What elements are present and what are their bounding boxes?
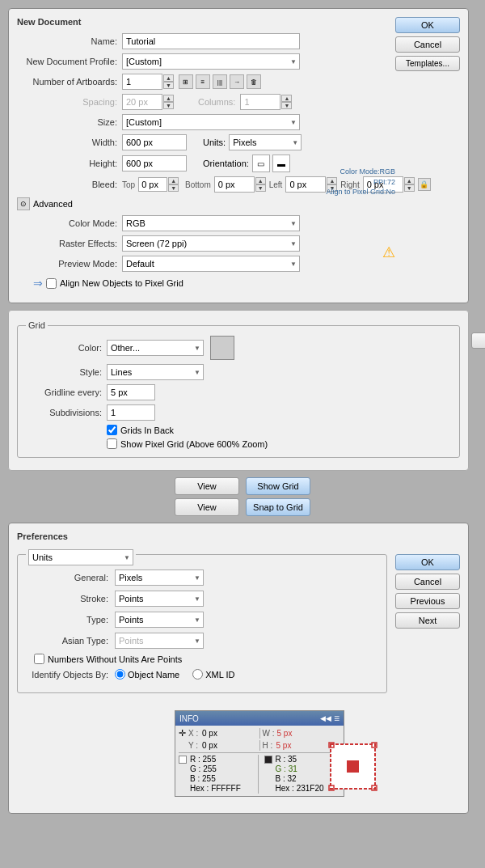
info-h-value: 5 px (276, 741, 292, 750)
units-select[interactable]: Pixels (229, 134, 302, 150)
prefs-previous-button[interactable]: Previous (395, 593, 460, 609)
align-checkbox[interactable] (46, 278, 57, 289)
bleed-bottom-up[interactable]: ▲ (255, 177, 266, 184)
portrait-btn[interactable]: ▭ (252, 155, 270, 172)
info-g1: 255 (203, 764, 217, 773)
bleed-bottom-down[interactable]: ▼ (255, 184, 266, 192)
arrange-col-btn[interactable]: ||| (213, 74, 227, 89)
new-document-dialog: New Document OK Cancel Templates... Colo… (8, 8, 469, 303)
preview-label: Preview Mode: (17, 259, 122, 269)
grids-in-back-row: Grids In Back (107, 425, 451, 435)
grids-in-back-checkbox[interactable] (107, 425, 117, 435)
grid-style-select[interactable]: Lines (107, 364, 204, 380)
bleed-top-up[interactable]: ▲ (168, 177, 179, 184)
columns-up[interactable]: ▲ (281, 95, 292, 102)
numbers-checkbox[interactable] (34, 654, 44, 664)
width-input[interactable] (122, 134, 187, 150)
info-color-row: R : 255 G : 255 B : 255 Hex : FFFFFF (179, 755, 340, 794)
bleed-right-up[interactable]: ▲ (404, 177, 415, 184)
bleed-top-down[interactable]: ▼ (168, 184, 179, 192)
stroke-select[interactable]: Points (115, 591, 204, 607)
grid-color-swatch[interactable] (210, 336, 234, 360)
arrange-grid-btn[interactable]: ⊞ (179, 74, 193, 89)
grid-color-row: Color: Other... (26, 336, 451, 360)
artboards-input[interactable] (122, 74, 162, 90)
object-name-radio[interactable] (115, 669, 125, 680)
object-name-option[interactable]: Object Name (115, 669, 179, 680)
arrange-right-btn[interactable]: → (230, 74, 244, 89)
colormode-select[interactable]: RGB (122, 215, 300, 231)
colormode-label: Color Mode: (17, 218, 122, 228)
bleed-bottom-field: ▲ ▼ (214, 176, 266, 193)
columns-input[interactable] (240, 94, 280, 110)
bleed-bottom-input[interactable] (214, 176, 255, 193)
asian-type-row: Asian Type: Points (26, 633, 378, 649)
gridline-input[interactable] (107, 384, 155, 400)
bleed-left-input[interactable] (285, 176, 326, 193)
subdivisions-row: Subdivisions: (26, 404, 451, 421)
units-group-select[interactable]: Units (28, 549, 133, 565)
size-label: Size: (17, 117, 122, 127)
identify-row: Identify Objects By: Object Name XML ID (26, 669, 378, 680)
prefs-cancel-button[interactable]: Cancel (395, 574, 460, 590)
artboard-toolbar: ⊞ ≡ ||| → 🗑 (179, 74, 261, 89)
spacing-input[interactable] (122, 94, 162, 110)
info-x-value: 0 px (202, 729, 217, 738)
name-row: Name: (17, 33, 460, 49)
view-button-1[interactable]: View (175, 477, 239, 495)
bleed-top-input[interactable] (138, 177, 167, 192)
size-select[interactable]: [Custom] (122, 114, 300, 130)
info-xy-row: ✛ X : 0 px W : 5 px (179, 728, 340, 739)
snap-to-grid-button[interactable]: Snap to Grid (246, 498, 310, 516)
profile-select[interactable]: [Custom] (122, 53, 300, 70)
advanced-toggle[interactable]: ⊙ (17, 197, 30, 210)
columns-down[interactable]: ▼ (281, 102, 292, 109)
spacing-down[interactable]: ▼ (163, 102, 174, 109)
spacing-spinbox: ▲ ▼ (122, 94, 174, 110)
grid-style-label: Style: (26, 367, 107, 377)
prefs-ok-button[interactable]: OK (395, 554, 460, 570)
landscape-btn[interactable]: ▬ (272, 155, 290, 172)
raster-select[interactable]: Screen (72 ppi) (122, 235, 300, 252)
preview-select[interactable]: Default (122, 256, 300, 272)
artboards-spinbox: ▲ ▼ (122, 74, 174, 90)
info-panel: INFO ◀◀ ≡ ✛ X : 0 px (175, 710, 344, 797)
artboards-up[interactable]: ▲ (163, 74, 174, 82)
show-pixel-grid-checkbox[interactable] (107, 438, 117, 449)
grid-color-select[interactable]: Other... (107, 340, 204, 356)
advanced-header: ⊙ Advanced (17, 197, 460, 210)
view-button-2[interactable]: View (175, 498, 239, 516)
spacing-up[interactable]: ▲ (163, 95, 174, 102)
type-row: Type: Points (26, 612, 378, 628)
templates-button[interactable]: Templates... (395, 56, 460, 71)
info-collapse-btn[interactable]: ◀◀ (320, 714, 331, 722)
xml-id-radio[interactable] (192, 669, 203, 680)
artboards-label: Number of Artboards: (17, 77, 122, 87)
general-select[interactable]: Pixels (115, 569, 204, 586)
show-grid-button[interactable]: Show Grid (246, 477, 310, 495)
spacing-row: Spacing: ▲ ▼ Columns: ▲ ▼ (17, 94, 460, 110)
type-select[interactable]: Points (115, 612, 204, 628)
info-g2: 31 (289, 764, 297, 773)
orientation-label: Orientation: (203, 159, 249, 168)
arrange-row-btn[interactable]: ≡ (196, 74, 210, 89)
grid-next-button[interactable]: Next (471, 332, 485, 349)
view-buttons-row1: View Show Grid (8, 477, 477, 495)
link-bleed-btn[interactable]: 🔒 (418, 178, 431, 191)
delete-btn[interactable]: 🗑 (247, 74, 261, 89)
info-menu-btn[interactable]: ≡ (334, 713, 340, 724)
colormode-row: Color Mode: RGB (17, 215, 460, 231)
ok-button[interactable]: OK (395, 17, 460, 33)
general-row: General: Pixels (26, 569, 378, 586)
prefs-next-button[interactable]: Next (395, 612, 460, 629)
cancel-button[interactable]: Cancel (395, 36, 460, 53)
info-controls: ◀◀ ≡ (320, 713, 340, 724)
bleed-right-down[interactable]: ▼ (404, 184, 415, 192)
general-label: General: (26, 573, 115, 582)
xml-id-option[interactable]: XML ID (192, 669, 234, 680)
name-input[interactable] (122, 33, 300, 49)
subdivisions-input[interactable] (107, 404, 155, 421)
asian-type-select[interactable]: Points (115, 633, 204, 649)
artboards-down[interactable]: ▼ (163, 82, 174, 89)
height-input[interactable] (122, 155, 187, 171)
